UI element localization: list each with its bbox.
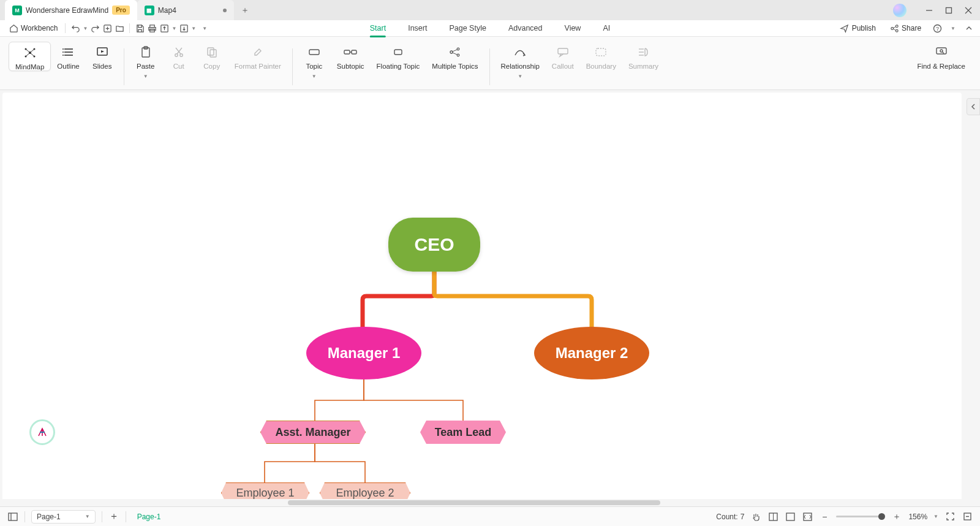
import-dropdown[interactable]: ▼ [191,26,196,31]
pages-panel-button[interactable] [7,511,18,522]
svg-line-47 [453,50,457,51]
menu-view[interactable]: View [554,20,592,37]
svg-rect-39 [309,50,319,55]
svg-point-13 [895,25,898,27]
export-dropdown[interactable]: ▼ [172,26,176,31]
zoom-slider-thumb[interactable] [878,513,885,520]
svg-line-15 [893,26,895,28]
node-team-lead[interactable]: Team Lead [420,421,506,444]
publish-button[interactable]: Publish [837,22,878,34]
add-page-button[interactable]: ＋ [108,511,119,522]
paste-button[interactable]: Paste ▼ [129,42,162,79]
hand-tool-button[interactable] [750,511,761,522]
svg-rect-49 [558,48,568,54]
workbench-button[interactable]: Workbench [6,22,60,34]
undo-dropdown[interactable]: ▼ [83,26,88,31]
node-manager-1[interactable]: Manager 1 [306,327,421,379]
app-tab[interactable]: M Wondershare EdrawMind Pro [5,0,137,20]
collapse-ribbon-button[interactable] [964,23,974,33]
find-label: Find & Replace [917,63,965,70]
summary-button[interactable]: Summary [622,42,665,70]
fullscreen-button[interactable] [944,511,956,522]
svg-rect-57 [9,513,17,520]
scrollbar-thumb[interactable] [288,500,660,505]
zoom-out-button[interactable]: − [819,511,830,522]
zoom-slider[interactable] [836,516,885,517]
zoom-value[interactable]: 156% [908,513,927,521]
page-tab-1[interactable]: Page-1 [132,513,166,521]
slides-icon [96,45,109,59]
horizontal-scrollbar[interactable] [0,499,980,506]
workbench-label: Workbench [21,24,58,32]
canvas[interactable]: CEO Manager 1 Manager 2 Asst. Manager Te… [2,93,962,504]
callout-button[interactable]: Callout [546,42,580,70]
import-button[interactable] [179,23,189,33]
find-replace-button[interactable]: Find & Replace [911,42,971,70]
outline-icon [62,45,75,59]
maximize-button[interactable] [940,1,958,20]
minimize-button[interactable] [920,1,938,20]
undo-button[interactable] [70,23,80,33]
mindmap-icon [23,46,37,59]
single-page-button[interactable] [767,511,778,522]
help-dropdown[interactable]: ▼ [951,26,956,31]
ai-assistant-button[interactable] [29,419,55,445]
topic-icon [307,45,321,59]
zoom-in-button[interactable]: ＋ [891,511,902,522]
document-tab[interactable]: ▦ Map4 [137,0,234,20]
relationship-caret-icon: ▼ [518,74,522,79]
slides-label: Slides [92,63,111,70]
ai-icon [36,426,48,438]
format-painter-button[interactable]: Format Painter [228,42,287,70]
menu-advanced[interactable]: Advanced [497,20,554,37]
boundary-button[interactable]: Boundary [580,42,622,70]
help-button[interactable]: ? [932,23,942,33]
unsaved-dot-icon [223,9,227,12]
redo-button[interactable] [90,23,100,33]
minimize-canvas-button[interactable] [962,511,973,522]
count-label: Count: [716,513,737,521]
quick-access-bar: Workbench ▼ ▼ ▼ ▼ Start Insert Page Styl… [0,20,980,37]
copy-icon [205,45,219,59]
svg-point-28 [62,51,64,53]
new-button[interactable] [102,23,112,33]
menu-start[interactable]: Start [359,20,397,37]
subtopic-button[interactable]: Subtopic [331,42,371,70]
open-button[interactable] [115,23,124,33]
zoom-dropdown[interactable]: ▼ [933,514,938,519]
cut-button[interactable]: Cut [162,42,195,70]
fit-width-button[interactable] [802,511,813,522]
close-button[interactable] [959,1,978,20]
add-tab-button[interactable]: ＋ [239,4,251,17]
relationship-button[interactable]: Relationship ▼ [495,42,546,79]
svg-point-45 [457,48,459,50]
right-panel-toggle[interactable] [967,98,980,115]
menu-page-style[interactable]: Page Style [438,20,497,37]
copy-button[interactable]: Copy [195,42,228,70]
page-selector[interactable]: Page-1 ▼ [31,510,96,524]
node-manager-2[interactable]: Manager 2 [534,327,649,379]
status-bar: Page-1 ▼ ＋ Page-1 Count: 7 − ＋ 156% ▼ [0,506,980,526]
user-avatar[interactable] [893,4,907,17]
multiple-label: Multiple Topics [432,63,478,70]
boundary-icon [594,45,608,59]
view-mindmap-button[interactable]: MindMap [9,42,51,71]
menu-insert[interactable]: Insert [397,20,438,37]
node-ceo[interactable]: CEO [388,218,480,272]
view-outline-button[interactable]: Outline [51,42,85,70]
export-button[interactable] [159,23,169,33]
svg-rect-61 [786,513,794,520]
floating-topic-button[interactable]: Floating Topic [371,42,426,70]
svg-point-55 [940,50,943,52]
multiple-topics-button[interactable]: Multiple Topics [426,42,484,70]
topic-button[interactable]: Topic ▼ [298,42,331,79]
fit-page-button[interactable] [785,511,796,522]
menu-ai[interactable]: AI [592,20,621,37]
view-slides-button[interactable]: Slides [86,42,119,70]
save-button[interactable] [135,23,145,33]
share-button[interactable]: Share [887,22,924,34]
qat-more[interactable]: ▼ [202,26,207,31]
node-asst-manager[interactable]: Asst. Manager [260,421,366,444]
print-button[interactable] [147,23,157,33]
callout-label: Callout [552,63,574,70]
